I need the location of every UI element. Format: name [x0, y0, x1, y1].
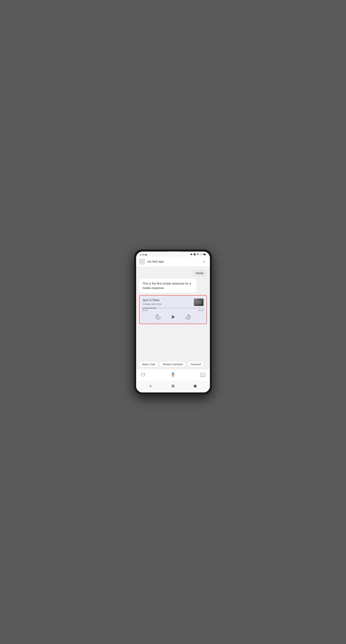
status-icons-group	[190, 253, 206, 256]
app-header: my test app ×	[136, 257, 210, 267]
chat-area: Media This is the first simple response …	[136, 267, 210, 360]
close-button[interactable]: ×	[201, 259, 207, 264]
google-mic-button[interactable]	[169, 371, 177, 379]
current-time: 00:23	[142, 309, 148, 312]
progress-times: 00:23 01:42	[142, 309, 204, 312]
battery-icon	[203, 253, 206, 256]
svg-rect-11	[172, 374, 174, 375]
svg-rect-2	[206, 254, 206, 254]
progress-container[interactable]: 00:23 01:42	[142, 308, 204, 312]
suggestion-browse-carousel-label: Browse Carousel	[163, 363, 183, 366]
user-bubble: Media	[193, 270, 207, 276]
media-thumbnail-image	[194, 298, 204, 306]
assistant-message-text: This is the first simple response for a …	[142, 282, 191, 290]
suggestions-area: Basic Card Browse Carousel Carousel	[136, 360, 210, 369]
vibrate-icon	[190, 253, 193, 256]
camera-roll-button[interactable]	[140, 372, 147, 378]
suggestion-basic-card[interactable]: Basic Card	[139, 361, 158, 367]
media-subtitle: A funky Jazz tune	[142, 302, 194, 306]
bottom-toolbar	[136, 369, 210, 380]
svg-rect-28	[194, 385, 196, 388]
phone-device: 2:24 ▶	[134, 249, 212, 395]
play-button[interactable]	[169, 313, 177, 321]
phone-screen: 2:24 ▶	[136, 252, 210, 392]
media-thumbnail	[194, 298, 204, 306]
media-player-card: Jazz in Paris A funky Jazz tune 00:23 01…	[139, 295, 207, 324]
signal-icon	[200, 253, 202, 256]
nav-bar	[136, 380, 210, 392]
app-title: my test app	[147, 260, 164, 264]
media-card-header: Jazz in Paris A funky Jazz tune	[142, 298, 204, 306]
status-time-area: 2:24 ▶	[140, 253, 147, 256]
home-button[interactable]	[169, 382, 177, 390]
dnd-icon	[193, 253, 196, 256]
svg-point-8	[144, 374, 145, 374]
progress-track[interactable]	[142, 308, 204, 308]
svg-rect-6	[141, 373, 144, 376]
suggestion-carousel-label: Carousel	[191, 363, 201, 366]
status-bar: 2:24 ▶	[136, 252, 210, 257]
clock: 2:24	[140, 253, 144, 256]
app-header-left: my test app	[139, 259, 164, 264]
suggestion-browse-carousel[interactable]: Browse Carousel	[160, 361, 186, 367]
recents-button[interactable]	[191, 382, 199, 390]
assistant-text-bubble: This is the first simple response for a …	[139, 279, 197, 293]
playback-controls: 10 30	[142, 313, 204, 321]
app-icon	[139, 259, 145, 264]
svg-marker-4	[172, 315, 175, 319]
play-indicator: ▶	[145, 253, 147, 256]
svg-rect-1	[203, 254, 205, 255]
svg-text:10: 10	[157, 316, 159, 318]
svg-point-27	[172, 385, 174, 387]
progress-fill	[142, 308, 156, 308]
user-message-text: Media	[196, 272, 204, 275]
forward-30-button[interactable]: 30	[184, 313, 192, 321]
keyboard-button[interactable]	[199, 372, 206, 378]
media-title: Jazz in Paris	[142, 298, 194, 302]
total-time: 01:42	[198, 309, 204, 312]
suggestion-basic-card-label: Basic Card	[142, 363, 155, 366]
back-button[interactable]	[147, 382, 155, 390]
user-message-wrapper: Media	[139, 270, 207, 276]
rewind-10-button[interactable]: 10	[154, 313, 162, 321]
suggestion-carousel[interactable]: Carousel	[187, 361, 204, 367]
svg-text:30: 30	[187, 316, 189, 318]
wifi-icon	[197, 253, 199, 256]
media-info: Jazz in Paris A funky Jazz tune	[142, 298, 194, 306]
